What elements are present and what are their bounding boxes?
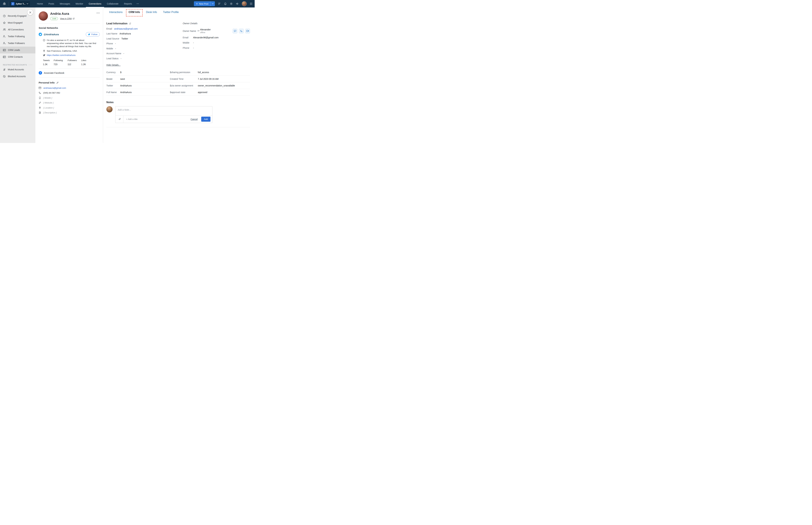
sidebar-item-twitter-following[interactable]: Twitter Following <box>0 33 35 40</box>
sidebar-item-all-connections[interactable]: All Connections <box>0 26 35 33</box>
brand-switcher[interactable]: Z Zylker T... <box>10 1 30 6</box>
detail-value: save <box>120 78 170 80</box>
detail-tabs: Interactions CRM Info Desk Info Twitter … <box>103 7 255 16</box>
hide-details-link[interactable]: Hide Details... <box>106 64 121 66</box>
personal-website-placeholder[interactable]: [ Website ] <box>43 102 53 104</box>
nav-reports[interactable]: Reports <box>121 0 135 7</box>
personal-location-row: [ Location ] <box>39 107 100 109</box>
user-avatar[interactable] <box>242 1 247 6</box>
call-button[interactable] <box>239 29 244 33</box>
sidebar-item-label: CRM Contacts <box>8 56 23 58</box>
sidebar-item-muted-accounts[interactable]: Muted Accounts <box>0 66 35 73</box>
nav-connections[interactable]: Connections <box>86 0 104 7</box>
twitter-icon <box>88 33 90 35</box>
profile-bio: I'm also a woman in IT, so I'm all about… <box>43 39 96 48</box>
twitter-url-link[interactable]: https://twitter.com/AndriaAura <box>47 54 75 56</box>
field-value-email-link[interactable]: andriaaura@gmail.com <box>114 28 138 30</box>
twitter-handle[interactable]: @AndriaAura <box>44 33 59 36</box>
activity-list-button[interactable] <box>218 2 221 5</box>
edit-pencil-icon[interactable] <box>56 81 59 84</box>
details-row: Full NameAndriaAura $approval stateappro… <box>106 89 250 96</box>
nav-posts[interactable]: Posts <box>46 0 57 7</box>
cancel-note-button[interactable]: Cancel <box>190 118 198 121</box>
nav-monitor[interactable]: Monitor <box>73 0 86 7</box>
field-row: Mobile- <box>106 47 183 50</box>
gear-icon <box>230 2 233 5</box>
sidebar-item-label: Recently Engaged <box>8 15 26 17</box>
crm-info-body: Lead Information Emailandriaaura@gmail.c… <box>103 16 255 127</box>
nav-home[interactable]: Home <box>34 0 46 7</box>
sidebar-item-twitter-followers[interactable]: Twitter Followers <box>0 40 35 47</box>
sidebar-item-most-engaged[interactable]: Most Engaged <box>0 19 35 26</box>
notes-heading: Notes <box>106 101 250 104</box>
tab-label: Twitter Profile <box>163 11 179 14</box>
note-composer: + Add a title Cancel Add <box>106 106 250 123</box>
video-call-button[interactable] <box>245 29 250 33</box>
sidebar-close-button[interactable] <box>28 10 33 15</box>
add-note-button[interactable]: Add <box>201 117 211 122</box>
field-label: Mobile <box>106 47 113 50</box>
owner-phone-value: - <box>193 47 194 49</box>
field-value: Twitter <box>121 38 128 40</box>
note-input[interactable] <box>116 106 212 115</box>
follow-button[interactable]: Follow <box>86 32 100 36</box>
location-text: San Francisco, California, USA <box>47 50 77 52</box>
nav-more-button[interactable] <box>135 0 141 7</box>
email-icon <box>39 87 41 89</box>
view-in-crm-link[interactable]: View in CRM <box>60 17 74 20</box>
sidebar-item-label: Blocked Accounts <box>8 75 26 78</box>
tab-twitter-profile[interactable]: Twitter Profile <box>163 11 179 16</box>
personal-description-placeholder[interactable]: [ Description ] <box>43 111 57 114</box>
twitter-account-row: @AndriaAura Follow <box>39 32 100 36</box>
owner-name-row: Owner Name Alexander offline <box>183 28 250 34</box>
associate-facebook-button[interactable]: f Associate Facebook <box>39 71 100 75</box>
settings-button[interactable] <box>230 2 233 5</box>
connections-sidebar: Recently Engaged Most Engaged All Connec… <box>0 7 35 143</box>
field-label: Email <box>106 28 112 30</box>
personal-mobile-placeholder[interactable]: [ Mobile ] <box>43 97 52 99</box>
apps-button[interactable] <box>250 2 252 5</box>
twitter-stats: Tweets 1.2K Following 723 Followers 112 … <box>43 59 100 65</box>
new-post-button[interactable]: New Post <box>194 1 211 6</box>
nav-messages[interactable]: Messages <box>57 0 73 7</box>
app-root: Z Zylker T... Home Posts Messages Monito… <box>0 0 255 143</box>
lead-information-heading: Lead Information <box>106 22 127 25</box>
field-row: Lead SourceTwitter <box>106 38 183 40</box>
detail-label: Twitter <box>106 84 120 87</box>
detail-value: AndriaAura <box>120 84 170 87</box>
detail-label: Full Name <box>106 91 120 93</box>
chevron-down-icon <box>212 3 214 4</box>
document-icon <box>39 111 41 114</box>
external-link-icon[interactable] <box>129 22 131 25</box>
app-logo-icon[interactable] <box>2 1 7 6</box>
personal-email-link[interactable]: andriaaura@gmail.com <box>43 87 66 89</box>
tab-label: Desk Info <box>146 11 157 14</box>
new-post-dropdown[interactable] <box>211 1 215 6</box>
sidebar-item-crm-leads[interactable]: CRM Leads <box>0 47 35 54</box>
announcements-button[interactable] <box>236 2 239 5</box>
external-link-icon <box>73 18 75 20</box>
detail-value: $ <box>120 71 170 74</box>
attach-file-button[interactable] <box>116 116 123 123</box>
tab-interactions[interactable]: Interactions <box>109 11 123 16</box>
list-icon <box>218 2 221 5</box>
clock-icon <box>3 15 6 17</box>
stat-label: Followers <box>67 59 81 62</box>
tab-crm-info[interactable]: CRM Info <box>128 11 140 16</box>
plus-icon <box>196 3 198 5</box>
tab-desk-info[interactable]: Desk Info <box>146 11 157 16</box>
personal-description-row: [ Description ] <box>39 111 100 114</box>
sidebar-item-blocked-accounts[interactable]: Blocked Accounts <box>0 73 35 80</box>
nav-collaborate[interactable]: Collaborate <box>104 0 121 7</box>
profile-panel: Andria Aura Lead View in CRM Social Netw… <box>35 7 103 143</box>
sidebar-item-crm-contacts[interactable]: CRM Contacts <box>0 54 35 60</box>
add-title-button[interactable]: + Add a title <box>126 118 138 120</box>
personal-location-placeholder[interactable]: [ Location ] <box>43 107 54 109</box>
lead-information-section: Lead Information Emailandriaaura@gmail.c… <box>106 22 183 66</box>
personal-email-row: andriaaura@gmail.com <box>39 87 100 89</box>
personal-website-row: [ Website ] <box>39 102 100 104</box>
profile-more-button[interactable] <box>96 12 100 21</box>
notifications-button[interactable] <box>224 2 227 5</box>
chat-button[interactable] <box>232 29 238 33</box>
blocked-icon <box>3 75 6 78</box>
